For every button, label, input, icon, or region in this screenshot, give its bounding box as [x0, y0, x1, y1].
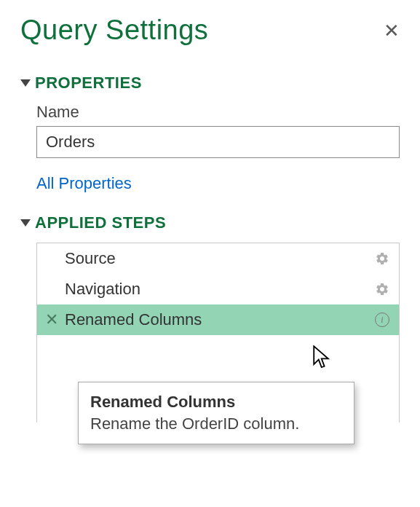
properties-section: PROPERTIES Name All Properties [20, 74, 400, 193]
step-tooltip: Renamed Columns Rename the OrderID colum… [78, 382, 354, 444]
applied-steps-section: APPLIED STEPS ✕ Source ✕ Navigation ✕ Re… [20, 213, 400, 422]
gear-icon[interactable] [374, 281, 390, 297]
applied-steps-header[interactable]: APPLIED STEPS [20, 213, 400, 232]
tooltip-title: Renamed Columns [90, 393, 342, 412]
collapse-triangle-icon [20, 79, 31, 87]
properties-heading: PROPERTIES [35, 74, 142, 93]
step-label: Renamed Columns [60, 310, 374, 329]
steps-list: ✕ Source ✕ Navigation ✕ Renamed Columns … [36, 243, 400, 422]
applied-steps-heading: APPLIED STEPS [35, 213, 166, 232]
name-field-block: Name All Properties [20, 103, 400, 193]
tooltip-description: Rename the OrderID column. [90, 414, 342, 433]
name-label: Name [36, 103, 400, 122]
close-icon[interactable]: ✕ [384, 21, 400, 40]
panel-header: Query Settings ✕ [20, 15, 400, 46]
step-label: Source [60, 249, 374, 268]
step-source[interactable]: ✕ Source [37, 243, 399, 274]
cursor-icon [312, 345, 333, 370]
properties-header[interactable]: PROPERTIES [20, 74, 400, 93]
step-label: Navigation [60, 280, 374, 299]
step-renamed-columns[interactable]: ✕ Renamed Columns i [37, 304, 399, 335]
name-input[interactable] [36, 126, 400, 158]
gear-icon[interactable] [374, 251, 390, 267]
step-navigation[interactable]: ✕ Navigation [37, 274, 399, 304]
all-properties-link[interactable]: All Properties [36, 174, 400, 193]
delete-step-icon[interactable]: ✕ [43, 310, 60, 329]
collapse-triangle-icon [20, 219, 31, 227]
panel-title: Query Settings [20, 15, 208, 46]
info-icon[interactable]: i [374, 312, 390, 328]
